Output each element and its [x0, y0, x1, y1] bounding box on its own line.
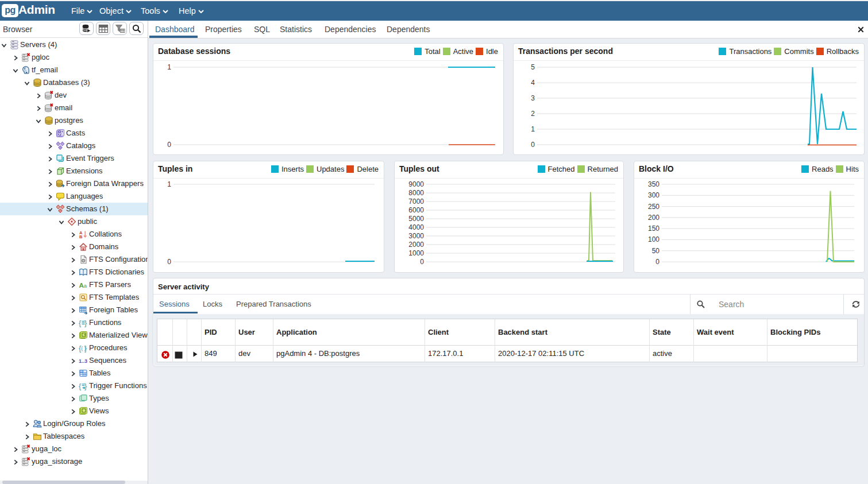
svg-text:1..3: 1..3	[79, 358, 87, 364]
svg-text:4: 4	[531, 79, 535, 87]
svg-text:2000: 2000	[408, 241, 424, 249]
svg-text:0: 0	[167, 258, 171, 266]
svg-text:9000: 9000	[408, 180, 424, 188]
svg-text:0: 0	[167, 141, 171, 149]
svg-text:0: 0	[531, 141, 535, 149]
svg-text:2: 2	[531, 110, 535, 118]
svg-text:3: 3	[531, 94, 535, 102]
svg-text:}: }	[84, 319, 87, 327]
svg-text:{: {	[79, 319, 81, 327]
svg-text:1000: 1000	[408, 249, 424, 257]
svg-text:A: A	[79, 282, 84, 289]
svg-text:0: 0	[420, 258, 424, 266]
svg-text:}: }	[84, 382, 87, 390]
svg-text:1: 1	[167, 63, 171, 71]
svg-text:250: 250	[648, 203, 659, 211]
svg-text:350: 350	[648, 180, 659, 188]
svg-text:0: 0	[655, 258, 659, 266]
svg-text:4000: 4000	[408, 223, 424, 231]
svg-text:5: 5	[531, 63, 535, 71]
svg-text:5000: 5000	[408, 215, 424, 223]
svg-text:150: 150	[648, 224, 659, 233]
svg-text:{: {	[79, 382, 81, 390]
svg-text:200: 200	[648, 214, 659, 222]
svg-text:100: 100	[648, 235, 659, 243]
svg-text:1: 1	[531, 125, 535, 133]
svg-text:( ): ( )	[81, 346, 86, 351]
svg-text:300: 300	[648, 191, 659, 199]
svg-text:3000: 3000	[408, 232, 424, 240]
svg-text:a: a	[84, 282, 87, 289]
svg-text:7000: 7000	[408, 198, 424, 206]
svg-text:1: 1	[167, 180, 171, 188]
svg-text:6000: 6000	[408, 206, 424, 214]
svg-text:8000: 8000	[408, 189, 424, 197]
svg-text:B: B	[79, 234, 83, 239]
svg-text:50: 50	[652, 247, 660, 255]
